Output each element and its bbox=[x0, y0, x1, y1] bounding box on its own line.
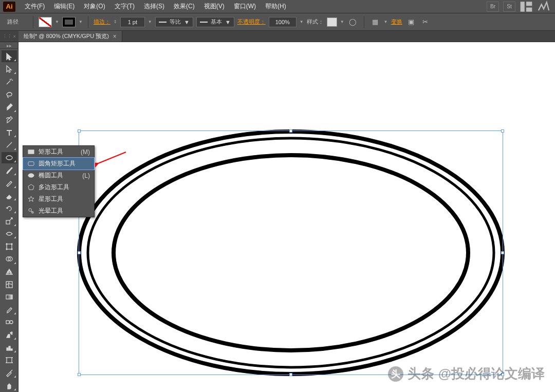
blend-tool[interactable] bbox=[2, 316, 17, 328]
perspective-grid-tool[interactable] bbox=[2, 266, 17, 278]
hand-tool[interactable] bbox=[2, 380, 17, 391]
document-tab[interactable]: 绘制* @ 800% (CMYK/GPU 预览) × bbox=[18, 31, 122, 42]
chevron-down-icon[interactable]: ▼ bbox=[79, 20, 83, 24]
svg-point-10 bbox=[11, 244, 12, 245]
scale-tool[interactable] bbox=[2, 215, 17, 227]
svg-point-11 bbox=[6, 249, 7, 250]
watermark-text: 头条 @投必得论文编译 bbox=[408, 365, 545, 383]
isolate-icon[interactable]: ▣ bbox=[405, 17, 417, 27]
gpu-preview-icon[interactable] bbox=[537, 2, 550, 12]
recolor-artwork-icon[interactable]: ◯ bbox=[347, 17, 359, 27]
menu-select[interactable]: 选择(S) bbox=[140, 0, 169, 13]
flyout-item-ellipse[interactable]: 椭圆工具 (L) bbox=[23, 170, 94, 181]
svg-point-6 bbox=[6, 156, 12, 160]
flyout-item-star[interactable]: 星形工具 bbox=[23, 193, 94, 205]
stock-icon[interactable]: St bbox=[503, 2, 515, 12]
chevron-down-icon[interactable]: ▼ bbox=[148, 20, 152, 24]
transform-link[interactable]: 变换 bbox=[391, 18, 402, 26]
slice-tool[interactable] bbox=[2, 367, 17, 379]
free-transform-tool[interactable] bbox=[2, 240, 17, 252]
stepper-icon[interactable]: ⇕ bbox=[114, 20, 117, 24]
lasso-tool[interactable] bbox=[2, 88, 17, 100]
tab-handles[interactable]: ⋮⋮ × bbox=[0, 31, 18, 42]
style-label: 样式： bbox=[307, 18, 324, 26]
flyout-item-flare[interactable]: 光晕工具 bbox=[23, 205, 94, 217]
selection-bounding-box[interactable] bbox=[79, 130, 503, 375]
svg-marker-29 bbox=[28, 184, 33, 190]
pen-tool[interactable] bbox=[2, 101, 17, 113]
stroke-label-link[interactable]: 描边： bbox=[94, 18, 110, 26]
stroke-swatch[interactable] bbox=[62, 17, 76, 27]
svg-rect-17 bbox=[6, 321, 9, 324]
mesh-tool[interactable] bbox=[2, 278, 17, 290]
canvas[interactable] bbox=[18, 42, 555, 392]
selection-tool[interactable] bbox=[2, 50, 17, 62]
flyout-item-label: 多边形工具 bbox=[39, 183, 90, 192]
control-bar: 路径 ▼ ▼ 描边： ⇕ 1 pt ▼ 等比▼ 基本▼ 不透明度： 100% ▼… bbox=[0, 13, 555, 31]
magic-wand-tool[interactable] bbox=[2, 76, 17, 88]
flyout-item-polygon[interactable]: 多边形工具 bbox=[23, 181, 94, 193]
width-tool[interactable] bbox=[2, 228, 17, 240]
menu-view[interactable]: 视图(V) bbox=[200, 0, 229, 13]
type-tool[interactable] bbox=[2, 126, 17, 138]
column-graph-tool[interactable] bbox=[2, 342, 17, 353]
eyedropper-tool[interactable] bbox=[2, 304, 17, 316]
menu-type[interactable]: 文字(T) bbox=[110, 0, 139, 13]
chevron-down-icon[interactable]: ▼ bbox=[55, 20, 59, 24]
chevron-down-icon[interactable]: ▼ bbox=[300, 20, 304, 24]
artboard-tool[interactable] bbox=[2, 354, 17, 366]
graphic-style-swatch[interactable] bbox=[327, 17, 337, 27]
bridge-icon[interactable]: Br bbox=[487, 2, 499, 12]
crop-image-icon[interactable]: ✂ bbox=[420, 17, 431, 27]
symbol-sprayer-tool[interactable] bbox=[2, 329, 17, 341]
gradient-tool[interactable] bbox=[2, 291, 17, 303]
stroke-weight-field[interactable]: 1 pt bbox=[120, 17, 145, 27]
paintbrush-tool[interactable] bbox=[2, 164, 17, 176]
rectangle-icon bbox=[27, 148, 34, 156]
variable-width-profile[interactable]: 等比▼ bbox=[155, 17, 193, 27]
fill-swatch[interactable] bbox=[39, 17, 52, 27]
direct-selection-tool[interactable] bbox=[2, 63, 17, 75]
polygon-icon bbox=[27, 184, 34, 191]
menu-help[interactable]: 帮助(H) bbox=[261, 0, 290, 13]
eraser-tool[interactable] bbox=[2, 190, 17, 202]
svg-marker-30 bbox=[28, 196, 33, 201]
svg-point-21 bbox=[11, 332, 12, 333]
pencil-tool[interactable] bbox=[2, 177, 17, 189]
menu-object[interactable]: 对象(O) bbox=[80, 0, 109, 13]
align-icon[interactable]: ▦ bbox=[369, 17, 381, 27]
tools-collapse-icon[interactable]: ▸▸ bbox=[0, 43, 18, 49]
flyout-item-label: 圆角矩形工具 bbox=[39, 159, 86, 168]
flyout-item-label: 光晕工具 bbox=[39, 207, 90, 215]
svg-rect-16 bbox=[6, 295, 12, 299]
chevron-down-icon[interactable]: ▼ bbox=[340, 20, 344, 24]
shape-tool[interactable] bbox=[2, 152, 17, 164]
ellipse-icon bbox=[27, 172, 34, 179]
menu-file[interactable]: 文件(F) bbox=[21, 0, 49, 13]
menu-window[interactable]: 窗口(W) bbox=[230, 0, 260, 13]
opacity-field[interactable]: 100% bbox=[269, 17, 297, 27]
close-tab-icon[interactable]: × bbox=[113, 33, 117, 40]
opacity-label-link[interactable]: 不透明度： bbox=[237, 18, 266, 26]
menu-effect[interactable]: 效果(C) bbox=[170, 0, 199, 13]
flyout-item-rounded-rectangle[interactable]: 圆角矩形工具 bbox=[23, 158, 94, 170]
curvature-tool[interactable] bbox=[2, 114, 17, 126]
menubar: Ai 文件(F) 编辑(E) 对象(O) 文字(T) 选择(S) 效果(C) 视… bbox=[0, 0, 555, 13]
arrange-documents-icon[interactable] bbox=[520, 2, 533, 12]
chevron-down-icon[interactable]: ▼ bbox=[384, 20, 388, 24]
shape-builder-tool[interactable] bbox=[2, 253, 17, 265]
line-segment-tool[interactable] bbox=[2, 139, 17, 151]
rotate-tool[interactable] bbox=[2, 202, 17, 214]
selection-type-label: 路径 bbox=[4, 17, 28, 27]
svg-point-9 bbox=[6, 244, 7, 245]
flyout-item-label: 矩形工具 bbox=[39, 147, 77, 156]
svg-rect-7 bbox=[6, 220, 10, 224]
svg-rect-2 bbox=[526, 7, 532, 11]
flyout-item-label: 椭圆工具 bbox=[39, 171, 78, 180]
menu-edit[interactable]: 编辑(E) bbox=[50, 0, 79, 13]
svg-rect-8 bbox=[7, 244, 12, 249]
svg-point-12 bbox=[11, 249, 12, 250]
flyout-item-rectangle[interactable]: 矩形工具 (M) bbox=[23, 146, 94, 158]
brush-definition[interactable]: 基本▼ bbox=[196, 17, 234, 27]
svg-rect-24 bbox=[11, 349, 12, 350]
